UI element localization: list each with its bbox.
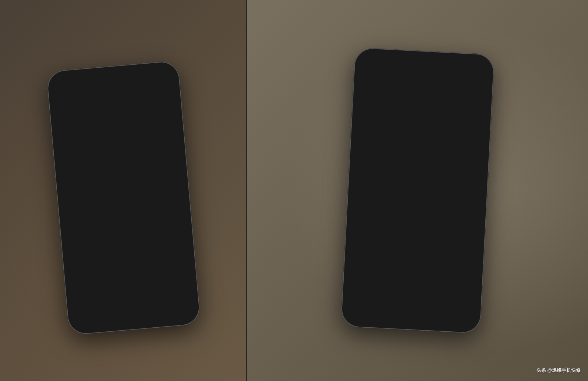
- watermark: 头条 @迅维手机快修: [536, 367, 581, 374]
- glitch-line-right-1: [385, 53, 394, 54]
- left-panel: 📞FaceTime通话🎙播客⌨计算器⌚Watch📊附加程序🎬可立拍🎸库乐队📊Ke…: [0, 0, 246, 381]
- notch-left: [93, 68, 142, 76]
- notch-right: [405, 54, 453, 59]
- glitch-line-right-2: [394, 54, 400, 54]
- left-phone: 📞FaceTime通话🎙播客⌨计算器⌚Watch📊附加程序🎬可立拍🎸库乐队📊Ke…: [46, 60, 201, 336]
- main-container: 📞FaceTime通话🎙播客⌨计算器⌚Watch📊附加程序🎬可立拍🎸库乐队📊Ke…: [0, 0, 588, 381]
- right-phone: ▪▪▪ 🔋 简体中文›English›繁體中: [340, 47, 495, 334]
- status-bar-right: ▪▪▪ 🔋: [366, 56, 491, 59]
- watermark-text: 头条 @迅维手机快修: [536, 367, 581, 373]
- right-panel: ▪▪▪ 🔋 简体中文›English›繁體中: [247, 0, 588, 381]
